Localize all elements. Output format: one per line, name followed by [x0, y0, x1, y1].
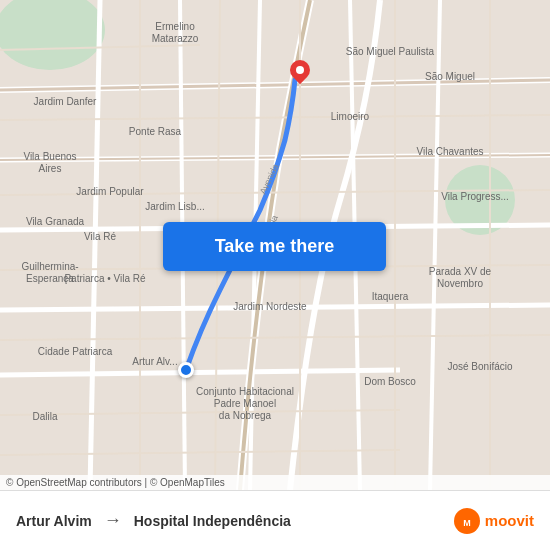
route-to: Hospital Independência — [134, 513, 291, 529]
svg-text:Vila Granada: Vila Granada — [26, 216, 85, 227]
svg-text:Artur Alv...: Artur Alv... — [132, 356, 177, 367]
origin-pin — [178, 362, 194, 378]
svg-text:M: M — [463, 518, 471, 528]
svg-text:Vila Buenos: Vila Buenos — [23, 151, 76, 162]
svg-text:Ermelino: Ermelino — [155, 21, 195, 32]
svg-text:Vila Ré: Vila Ré — [84, 231, 116, 242]
destination-pin — [290, 60, 310, 88]
svg-text:Vila Chavantes: Vila Chavantes — [416, 146, 483, 157]
svg-text:Patriarca • Vila Ré: Patriarca • Vila Ré — [64, 273, 146, 284]
take-me-there-button[interactable]: Take me there — [163, 222, 386, 271]
svg-text:São Miguel: São Miguel — [425, 71, 475, 82]
svg-text:Dalila: Dalila — [32, 411, 57, 422]
moovit-logo: M moovit — [453, 507, 534, 535]
route-from: Artur Alvim — [16, 513, 92, 529]
map-container: Ermelino Matarazzo São Miguel Paulista S… — [0, 0, 550, 490]
svg-text:Matarazzo: Matarazzo — [152, 33, 199, 44]
svg-text:Jardim Danfer: Jardim Danfer — [34, 96, 97, 107]
svg-text:Itaquera: Itaquera — [372, 291, 409, 302]
svg-text:Guilhermina-: Guilhermina- — [21, 261, 78, 272]
svg-text:Limoeiro: Limoeiro — [331, 111, 370, 122]
svg-text:Novembro: Novembro — [437, 278, 484, 289]
svg-text:Conjunto Habitacional: Conjunto Habitacional — [196, 386, 294, 397]
svg-text:Jardim Lisb...: Jardim Lisb... — [145, 201, 204, 212]
svg-text:Dom Bosco: Dom Bosco — [364, 376, 416, 387]
svg-text:José Bonifácio: José Bonifácio — [447, 361, 512, 372]
map-attribution: © OpenStreetMap contributors | © OpenMap… — [0, 475, 550, 490]
route-arrow: → — [104, 510, 122, 531]
moovit-text: moovit — [485, 512, 534, 529]
svg-text:Jardim Nordeste: Jardim Nordeste — [233, 301, 307, 312]
svg-text:Aires: Aires — [39, 163, 62, 174]
svg-text:Vila Progress...: Vila Progress... — [441, 191, 509, 202]
svg-text:Ponte Rasa: Ponte Rasa — [129, 126, 182, 137]
bottom-bar: Artur Alvim → Hospital Independência M m… — [0, 490, 550, 550]
attribution-text: © OpenStreetMap contributors | © OpenMap… — [6, 477, 225, 488]
svg-text:Jardim Popular: Jardim Popular — [76, 186, 144, 197]
svg-text:Padre Manoel: Padre Manoel — [214, 398, 276, 409]
svg-text:São Miguel Paulista: São Miguel Paulista — [346, 46, 435, 57]
moovit-icon: M — [453, 507, 481, 535]
svg-text:da Nobrega: da Nobrega — [219, 410, 272, 421]
svg-text:Parada XV de: Parada XV de — [429, 266, 492, 277]
svg-text:Cidade Patriarca: Cidade Patriarca — [38, 346, 113, 357]
